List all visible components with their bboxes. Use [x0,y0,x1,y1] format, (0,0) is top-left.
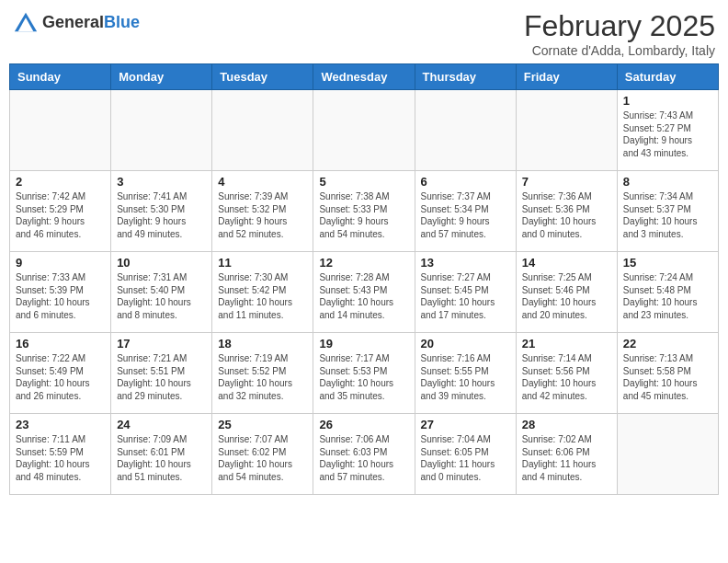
day-info: Sunrise: 7:06 AM Sunset: 6:03 PM Dayligh… [319,433,408,483]
day-info: Sunrise: 7:22 AM Sunset: 5:49 PM Dayligh… [16,352,105,402]
day-info: Sunrise: 7:11 AM Sunset: 5:59 PM Dayligh… [16,433,105,483]
day-info: Sunrise: 7:13 AM Sunset: 5:58 PM Dayligh… [623,352,712,402]
page-header: GeneralBlue February 2025 Cornate d'Adda… [9,9,719,58]
logo-icon [13,9,39,35]
day-info: Sunrise: 7:33 AM Sunset: 5:39 PM Dayligh… [16,271,105,321]
day-number: 1 [623,94,712,108]
day-info: Sunrise: 7:27 AM Sunset: 5:45 PM Dayligh… [421,271,510,321]
calendar-table: SundayMondayTuesdayWednesdayThursdayFrid… [9,63,719,495]
day-number: 11 [218,256,307,270]
calendar-cell: 11Sunrise: 7:30 AM Sunset: 5:42 PM Dayli… [212,252,313,333]
day-number: 13 [421,256,510,270]
logo-blue-text: Blue [104,13,140,31]
month-title: February 2025 [524,9,715,43]
calendar-cell: 4Sunrise: 7:39 AM Sunset: 5:32 PM Daylig… [212,171,313,252]
day-number: 18 [218,337,307,350]
logo: GeneralBlue [13,9,140,35]
calendar-cell [415,90,516,171]
day-number: 20 [421,337,510,350]
day-info: Sunrise: 7:19 AM Sunset: 5:52 PM Dayligh… [218,352,307,402]
day-info: Sunrise: 7:43 AM Sunset: 5:27 PM Dayligh… [623,109,712,159]
day-number: 23 [16,418,105,431]
calendar-cell: 19Sunrise: 7:17 AM Sunset: 5:53 PM Dayli… [313,333,415,414]
calendar-cell: 3Sunrise: 7:41 AM Sunset: 5:30 PM Daylig… [111,171,212,252]
weekday-header-sunday: Sunday [10,64,111,90]
day-number: 24 [117,418,206,431]
weekday-header-friday: Friday [516,64,617,90]
day-info: Sunrise: 7:41 AM Sunset: 5:30 PM Dayligh… [117,190,206,240]
day-info: Sunrise: 7:17 AM Sunset: 5:53 PM Dayligh… [319,352,408,402]
calendar-cell: 20Sunrise: 7:16 AM Sunset: 5:55 PM Dayli… [415,333,516,414]
calendar-cell: 9Sunrise: 7:33 AM Sunset: 5:39 PM Daylig… [10,252,111,333]
day-info: Sunrise: 7:36 AM Sunset: 5:36 PM Dayligh… [522,190,611,240]
calendar-cell: 12Sunrise: 7:28 AM Sunset: 5:43 PM Dayli… [313,252,415,333]
calendar-cell: 28Sunrise: 7:02 AM Sunset: 6:06 PM Dayli… [516,414,617,495]
calendar-cell [212,90,313,171]
day-number: 17 [117,337,206,350]
week-row-2: 2Sunrise: 7:42 AM Sunset: 5:29 PM Daylig… [10,171,719,252]
calendar-cell: 25Sunrise: 7:07 AM Sunset: 6:02 PM Dayli… [212,414,313,495]
day-info: Sunrise: 7:34 AM Sunset: 5:37 PM Dayligh… [623,190,712,240]
day-number: 12 [319,256,408,270]
day-info: Sunrise: 7:37 AM Sunset: 5:34 PM Dayligh… [421,190,510,240]
calendar-cell: 8Sunrise: 7:34 AM Sunset: 5:37 PM Daylig… [617,171,718,252]
day-number: 7 [522,175,611,189]
calendar-cell: 24Sunrise: 7:09 AM Sunset: 6:01 PM Dayli… [111,414,212,495]
calendar-cell: 6Sunrise: 7:37 AM Sunset: 5:34 PM Daylig… [415,171,516,252]
day-info: Sunrise: 7:25 AM Sunset: 5:46 PM Dayligh… [522,271,611,321]
day-info: Sunrise: 7:24 AM Sunset: 5:48 PM Dayligh… [623,271,712,321]
weekday-header-thursday: Thursday [415,64,516,90]
day-info: Sunrise: 7:28 AM Sunset: 5:43 PM Dayligh… [319,271,408,321]
day-info: Sunrise: 7:21 AM Sunset: 5:51 PM Dayligh… [117,352,206,402]
day-number: 22 [623,337,712,350]
day-number: 6 [421,175,510,189]
week-row-5: 23Sunrise: 7:11 AM Sunset: 5:59 PM Dayli… [10,414,719,495]
day-number: 21 [522,337,611,350]
calendar-cell: 15Sunrise: 7:24 AM Sunset: 5:48 PM Dayli… [617,252,718,333]
day-info: Sunrise: 7:31 AM Sunset: 5:40 PM Dayligh… [117,271,206,321]
calendar-cell: 1Sunrise: 7:43 AM Sunset: 5:27 PM Daylig… [617,90,718,171]
day-info: Sunrise: 7:39 AM Sunset: 5:32 PM Dayligh… [218,190,307,240]
calendar-cell: 14Sunrise: 7:25 AM Sunset: 5:46 PM Dayli… [516,252,617,333]
week-row-3: 9Sunrise: 7:33 AM Sunset: 5:39 PM Daylig… [10,252,719,333]
day-info: Sunrise: 7:02 AM Sunset: 6:06 PM Dayligh… [522,433,611,483]
weekday-header-wednesday: Wednesday [313,64,415,90]
location: Cornate d'Adda, Lombardy, Italy [524,43,715,58]
day-number: 3 [117,175,206,189]
calendar-cell: 22Sunrise: 7:13 AM Sunset: 5:58 PM Dayli… [617,333,718,414]
calendar-cell: 17Sunrise: 7:21 AM Sunset: 5:51 PM Dayli… [111,333,212,414]
day-number: 16 [16,337,105,350]
calendar-cell: 5Sunrise: 7:38 AM Sunset: 5:33 PM Daylig… [313,171,415,252]
calendar-cell [111,90,212,171]
calendar-cell: 21Sunrise: 7:14 AM Sunset: 5:56 PM Dayli… [516,333,617,414]
weekday-header-tuesday: Tuesday [212,64,313,90]
calendar-cell [516,90,617,171]
calendar-cell: 7Sunrise: 7:36 AM Sunset: 5:36 PM Daylig… [516,171,617,252]
day-number: 10 [117,256,206,270]
day-info: Sunrise: 7:09 AM Sunset: 6:01 PM Dayligh… [117,433,206,483]
calendar-cell: 2Sunrise: 7:42 AM Sunset: 5:29 PM Daylig… [10,171,111,252]
day-info: Sunrise: 7:42 AM Sunset: 5:29 PM Dayligh… [16,190,105,240]
day-number: 5 [319,175,408,189]
calendar-cell [313,90,415,171]
calendar-cell: 10Sunrise: 7:31 AM Sunset: 5:40 PM Dayli… [111,252,212,333]
day-info: Sunrise: 7:07 AM Sunset: 6:02 PM Dayligh… [218,433,307,483]
day-number: 25 [218,418,307,431]
calendar-cell [617,414,718,495]
day-info: Sunrise: 7:38 AM Sunset: 5:33 PM Dayligh… [319,190,408,240]
weekday-header-row: SundayMondayTuesdayWednesdayThursdayFrid… [10,64,719,90]
logo-general-text: General [42,13,104,31]
calendar-cell: 13Sunrise: 7:27 AM Sunset: 5:45 PM Dayli… [415,252,516,333]
day-number: 15 [623,256,712,270]
day-number: 8 [623,175,712,189]
weekday-header-saturday: Saturday [617,64,718,90]
day-number: 28 [522,418,611,431]
day-number: 4 [218,175,307,189]
day-info: Sunrise: 7:30 AM Sunset: 5:42 PM Dayligh… [218,271,307,321]
day-info: Sunrise: 7:16 AM Sunset: 5:55 PM Dayligh… [421,352,510,402]
day-number: 27 [421,418,510,431]
calendar-cell: 23Sunrise: 7:11 AM Sunset: 5:59 PM Dayli… [10,414,111,495]
calendar-cell [10,90,111,171]
week-row-1: 1Sunrise: 7:43 AM Sunset: 5:27 PM Daylig… [10,90,719,171]
calendar-cell: 27Sunrise: 7:04 AM Sunset: 6:05 PM Dayli… [415,414,516,495]
